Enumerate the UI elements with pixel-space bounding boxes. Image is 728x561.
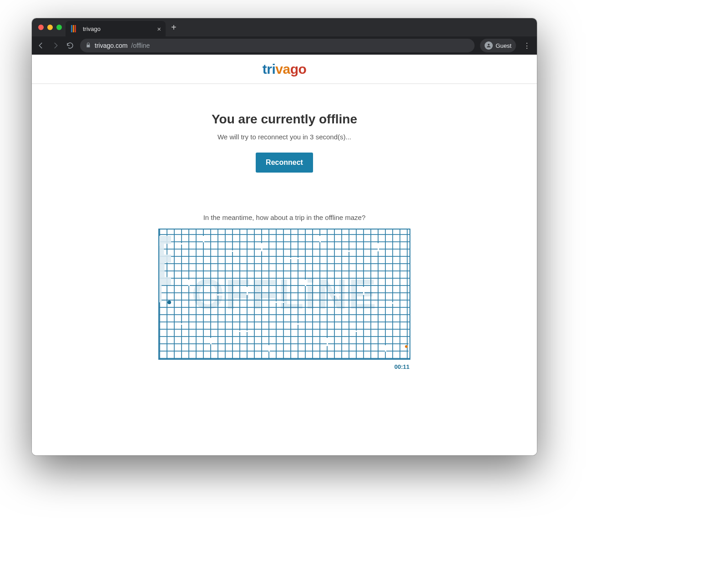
back-button[interactable]: [36, 41, 46, 50]
browser-window: trivago × + trivago.com/offline: [32, 18, 537, 455]
tab-strip: trivago × +: [32, 18, 537, 36]
browser-tab[interactable]: trivago ×: [66, 21, 166, 36]
offline-heading: You are currently offline: [32, 112, 537, 127]
offline-maze[interactable]: OFFLiNE: [158, 229, 410, 360]
page-header: t r i v a g o: [32, 55, 537, 84]
new-tab-button[interactable]: +: [166, 22, 182, 33]
logo-letter-r: r: [267, 61, 272, 77]
page-content: t r i v a g o You are currently offline …: [32, 55, 537, 455]
logo-letter-v: v: [275, 61, 283, 77]
minimize-window-button[interactable]: [47, 25, 53, 30]
profile-label: Guest: [495, 42, 511, 49]
reconnect-button[interactable]: Reconnect: [256, 153, 313, 173]
close-window-button[interactable]: [38, 25, 44, 30]
maze-caption: In the meantime, how about a trip in the…: [32, 214, 537, 221]
main-column: You are currently offline We will try to…: [32, 84, 537, 370]
maze-trail: [159, 236, 171, 302]
logo-letter-o: o: [298, 61, 306, 77]
address-bar[interactable]: trivago.com/offline: [80, 39, 475, 52]
logo-letter-t: t: [263, 61, 267, 77]
profile-button[interactable]: Guest: [480, 39, 516, 52]
window-controls: [36, 25, 66, 30]
browser-chrome: trivago × + trivago.com/offline: [32, 18, 537, 55]
overflow-menu-button[interactable]: ⋮: [521, 41, 532, 50]
trivago-logo: t r i v a g o: [263, 61, 307, 77]
maze-container: OFFLiNE: [158, 229, 410, 370]
logo-letter-g: g: [290, 61, 298, 77]
profile-avatar-icon: [485, 41, 493, 50]
tab-close-button[interactable]: ×: [157, 25, 161, 33]
maze-player-dot: [167, 301, 171, 304]
lock-icon: [86, 42, 91, 49]
reload-button[interactable]: [66, 41, 75, 50]
maze-exit-dot: [405, 345, 408, 348]
maze-timer: 00:11: [158, 363, 410, 370]
maximize-window-button[interactable]: [56, 25, 62, 30]
url-path: /offline: [131, 42, 150, 49]
reconnect-countdown-text: We will try to reconnect you in 3 second…: [32, 133, 537, 141]
logo-letter-a: a: [283, 61, 290, 77]
logo-letter-i: i: [272, 61, 275, 77]
browser-toolbar: trivago.com/offline Guest ⋮: [32, 36, 537, 55]
url-host: trivago.com: [95, 42, 127, 49]
tab-title: trivago: [83, 26, 101, 32]
trivago-favicon: [71, 25, 78, 32]
forward-button[interactable]: [51, 41, 60, 50]
